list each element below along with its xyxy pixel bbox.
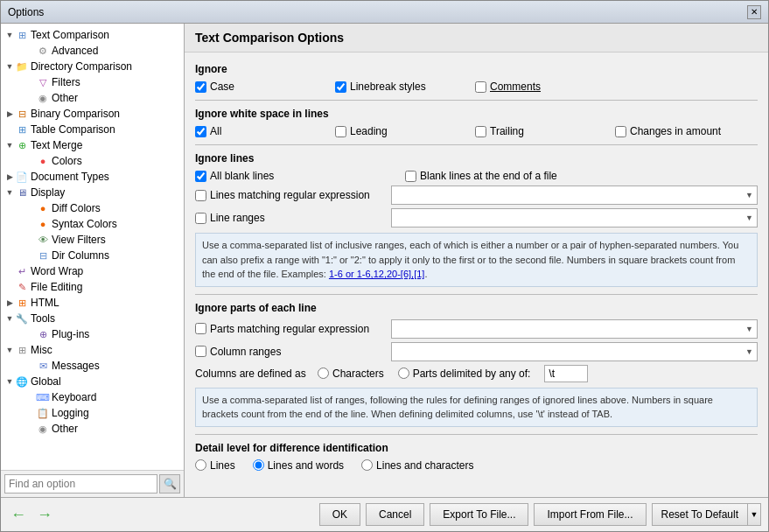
col-chars-label[interactable]: Characters: [332, 368, 384, 380]
line-ranges-label[interactable]: Line ranges: [210, 212, 265, 224]
ignore-comments-label[interactable]: Comments: [490, 80, 541, 93]
dl-lines-radio[interactable]: [195, 459, 206, 471]
columns-defined-row: Columns are defined as Characters Parts …: [195, 365, 758, 382]
cancel-button[interactable]: Cancel: [366, 503, 424, 526]
example-link[interactable]: 1-6 or 1-6,12,20-[6],[1]: [329, 269, 424, 279]
columns-chars-option: Characters: [318, 368, 384, 380]
parts-regex-dropdown[interactable]: ▼: [391, 319, 758, 339]
ws-all-checkbox[interactable]: [195, 126, 206, 137]
diff-colors-icon: ●: [36, 201, 50, 215]
dl-lines-label[interactable]: Lines: [210, 459, 235, 472]
tree-item-binary[interactable]: ▶ ⊟ Binary Comparison: [1, 106, 184, 122]
col-ranges-label[interactable]: Column ranges: [210, 346, 281, 358]
tree-item-misc[interactable]: ▼ ⊞ Misc: [1, 342, 184, 358]
dl-lines-chars-option: Lines and characters: [361, 459, 473, 472]
tree-item-text-merge[interactable]: ▼ ⊕ Text Merge: [1, 137, 184, 153]
blank-end-checkbox[interactable]: [405, 171, 416, 182]
tree-item-file-editing[interactable]: ✎ File Editing: [1, 279, 184, 295]
tree-item-text-comparison[interactable]: ▼ ⊞ Text Comparison: [1, 27, 184, 43]
columns-label: Columns are defined as: [195, 368, 318, 380]
line-ranges-checkbox[interactable]: [195, 213, 206, 224]
tree-item-filters[interactable]: ▽ Filters: [1, 74, 184, 90]
ws-trailing-label[interactable]: Trailing: [490, 125, 524, 137]
tree-item-messages[interactable]: ✉ Messages: [1, 358, 184, 374]
blank-lines-checkbox[interactable]: [195, 171, 206, 182]
wrap-icon: ↵: [15, 264, 29, 278]
eye-icon: 👁: [36, 233, 50, 247]
ignore-case-label[interactable]: Case: [210, 80, 234, 93]
ignore-linebreak-checkbox[interactable]: [335, 81, 346, 93]
reset-arrow-button[interactable]: ▼: [747, 503, 761, 526]
tree-label: Document Types: [31, 171, 109, 183]
tree-item-keyboard[interactable]: ⌨ Keyboard: [1, 389, 184, 405]
ws-leading-checkbox[interactable]: [335, 126, 346, 137]
misc-icon: ⊞: [15, 343, 29, 357]
divider3: [195, 294, 758, 295]
tree-item-word-wrap[interactable]: ↵ Word Wrap: [1, 263, 184, 279]
tree-item-advanced[interactable]: ⚙ Advanced: [1, 43, 184, 59]
tree-item-display[interactable]: ▼ 🖥 Display: [1, 185, 184, 200]
back-button[interactable]: ←: [8, 504, 29, 525]
ws-amount-label[interactable]: Changes in amount: [630, 125, 721, 137]
blank-end-label[interactable]: Blank lines at the end of a file: [420, 170, 557, 182]
col-ranges-dropdown[interactable]: ▼: [391, 342, 758, 361]
blank-lines-label[interactable]: All blank lines: [210, 170, 274, 182]
monitor-icon: 🖥: [15, 186, 29, 200]
ignore-comments-option: Comments: [475, 80, 598, 93]
bottom-bar: ← → OK Cancel Export To File... Import F…: [1, 497, 768, 531]
search-input[interactable]: [4, 474, 157, 494]
tree-item-plugins[interactable]: ⊕ Plug-ins: [1, 326, 184, 342]
dl-lines-chars-label[interactable]: Lines and characters: [376, 459, 473, 472]
ranges-dropdown[interactable]: ▼: [391, 208, 758, 228]
dl-lines-words-radio[interactable]: [253, 459, 264, 471]
edit-icon: ✎: [15, 280, 29, 294]
forward-button[interactable]: →: [34, 504, 55, 525]
expand-icon: [25, 93, 36, 103]
tree-item-other-global[interactable]: ◉ Other: [1, 421, 184, 437]
tree-item-logging[interactable]: 📋 Logging: [1, 405, 184, 421]
regex-label[interactable]: Lines matching regular expression: [210, 189, 370, 201]
tree-item-html[interactable]: ▶ ⊞ HTML: [1, 295, 184, 311]
tree-item-tools[interactable]: ▼ 🔧 Tools: [1, 311, 184, 326]
tree-item-doc-types[interactable]: ▶ 📄 Document Types: [1, 169, 184, 185]
col-delim-radio[interactable]: [398, 368, 409, 379]
col-ranges-checkbox[interactable]: [195, 346, 206, 357]
dl-lines-words-label[interactable]: Lines and words: [268, 459, 344, 472]
ignore-linebreak-label[interactable]: Linebreak styles: [350, 80, 426, 93]
divider2: [195, 144, 758, 145]
tree-item-syntax-colors[interactable]: ● Syntax Colors: [1, 216, 184, 232]
tree-item-other-dir[interactable]: ◉ Other: [1, 90, 184, 106]
ignore-comments-checkbox[interactable]: [475, 81, 486, 93]
tree-item-global[interactable]: ▼ 🌐 Global: [1, 374, 184, 389]
tree-item-view-filters[interactable]: 👁 View Filters: [1, 232, 184, 248]
close-button[interactable]: ✕: [747, 5, 761, 19]
tree-item-diff-colors[interactable]: ● Diff Colors: [1, 200, 184, 216]
ws-all-label[interactable]: All: [210, 125, 221, 137]
tree-item-table[interactable]: ⊞ Table Comparison: [1, 122, 184, 137]
parts-regex-checkbox[interactable]: [195, 323, 206, 334]
ok-button[interactable]: OK: [319, 503, 360, 526]
ignore-case-checkbox[interactable]: [195, 81, 206, 93]
tree-label: Other: [52, 92, 78, 104]
col-delim-label[interactable]: Parts delimited by any of:: [413, 368, 531, 380]
regex-row: Lines matching regular expression ▼: [195, 186, 758, 205]
ws-leading-label[interactable]: Leading: [350, 125, 388, 137]
tree-item-colors[interactable]: ● Colors: [1, 153, 184, 169]
col-chars-radio[interactable]: [318, 368, 329, 379]
expand-icon: [25, 360, 36, 371]
delimiter-input[interactable]: [544, 365, 588, 382]
parts-regex-label[interactable]: Parts matching regular expression: [210, 323, 369, 335]
dl-lines-chars-radio[interactable]: [361, 459, 373, 471]
import-button[interactable]: Import From File...: [534, 503, 646, 526]
info-text-1: Use a comma-separated list of inclusive …: [195, 233, 758, 287]
tree-item-dir-comparison[interactable]: ▼ 📁 Directory Comparison: [1, 59, 184, 74]
regex-dropdown[interactable]: ▼: [391, 186, 758, 205]
search-button[interactable]: 🔍: [159, 474, 180, 494]
reset-main-button[interactable]: Reset To Default: [652, 503, 748, 526]
export-button[interactable]: Export To File...: [430, 503, 528, 526]
log-icon: 📋: [36, 406, 50, 420]
regex-checkbox[interactable]: [195, 190, 206, 201]
ws-amount-checkbox[interactable]: [615, 126, 626, 137]
ws-trailing-checkbox[interactable]: [475, 126, 486, 137]
tree-item-dir-columns[interactable]: ⊟ Dir Columns: [1, 248, 184, 263]
